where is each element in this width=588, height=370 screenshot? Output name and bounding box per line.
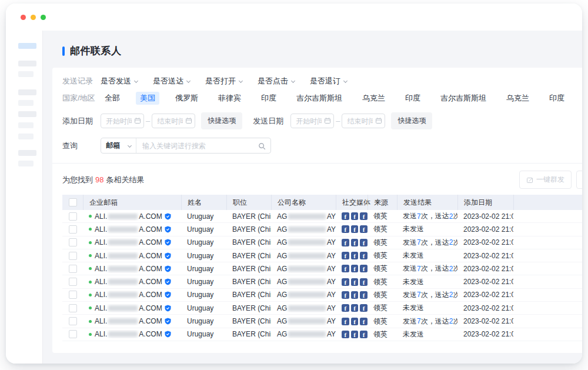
search-input[interactable] [136, 142, 270, 150]
country-label: 国家/地区 [62, 93, 101, 104]
facebook-icon[interactable]: f [351, 318, 359, 325]
sidebar-skeleton-item-active [18, 43, 36, 49]
facebook-icon[interactable]: f [360, 291, 368, 299]
window-maximize-button[interactable] [41, 15, 46, 20]
facebook-icon[interactable]: f [342, 225, 349, 233]
status-dot-icon [89, 333, 92, 336]
country-chip[interactable]: 吉尔吉斯斯坦 [292, 92, 346, 105]
facebook-icon[interactable]: f [342, 252, 349, 259]
facebook-icon[interactable]: f [360, 278, 368, 286]
sidebar-skeleton-item [18, 161, 34, 166]
name-cell: Uruguay [181, 304, 226, 312]
table-body: ALI.A.COMUruguayBAYER (China)AGAYfff领英发送… [62, 210, 582, 341]
facebook-icon[interactable]: f [342, 212, 349, 220]
bulk-send-button[interactable]: 一键群发 [519, 171, 572, 189]
country-chip[interactable]: 印度 [257, 92, 280, 105]
position-cell: BAYER (China) [226, 212, 271, 221]
country-chip[interactable]: 菲律宾 [214, 92, 245, 105]
country-chip[interactable]: 印度 [401, 92, 425, 105]
facebook-icon[interactable]: f [360, 239, 368, 246]
facebook-icon[interactable]: f [342, 291, 349, 299]
row-checkbox[interactable] [69, 252, 77, 260]
source-cell: 领英 [368, 277, 397, 287]
row-checkbox[interactable] [69, 238, 77, 246]
facebook-icon[interactable]: f [351, 291, 359, 299]
facebook-icon[interactable]: f [342, 331, 349, 338]
country-chip[interactable]: 乌克兰 [502, 92, 533, 105]
email-cell: ALI.A.COM [83, 225, 181, 234]
status-dot-icon [89, 228, 92, 231]
facebook-icon[interactable]: f [360, 225, 368, 233]
facebook-icon[interactable]: f [351, 239, 359, 246]
country-chip[interactable]: 美国 [136, 92, 159, 105]
send-filter-dropdown[interactable]: 是否送达 [153, 76, 190, 86]
row-checkbox[interactable] [69, 304, 77, 312]
country-chip[interactable]: 全部 [101, 92, 124, 105]
facebook-icon[interactable]: f [351, 225, 359, 233]
send-date-quick-options-button[interactable]: 快捷选项 [391, 112, 432, 129]
facebook-icon[interactable]: f [342, 318, 349, 325]
row-checkbox[interactable] [69, 317, 77, 325]
send-result-text: 7 [417, 317, 421, 325]
added-date-cell: 2023-02-02 21:09 [457, 238, 513, 246]
calendar-icon [134, 117, 141, 124]
email-cell: ALI.A.COM [83, 317, 181, 325]
facebook-icon[interactable]: f [342, 265, 349, 272]
facebook-icon[interactable]: f [360, 212, 368, 220]
window-close-button[interactable] [21, 15, 26, 20]
country-chip[interactable]: 吉尔吉斯斯坦 [436, 92, 490, 105]
facebook-icon[interactable]: f [351, 278, 359, 286]
send-filter-dropdown[interactable]: 是否发送 [101, 76, 138, 86]
name-cell: Uruguay [181, 252, 226, 260]
row-checkbox[interactable] [69, 291, 77, 299]
added-date-cell: 2023-02-02 21:09 [457, 278, 513, 286]
facebook-icon[interactable]: f [342, 239, 349, 246]
email-text: ALI.A.COM [95, 225, 162, 234]
add-date-end-input[interactable] [152, 114, 195, 128]
facebook-icon[interactable]: f [360, 318, 368, 325]
query-label: 查询 [62, 141, 101, 151]
position-cell: BAYER (China) [226, 304, 271, 312]
send-filter-dropdown[interactable]: 是否打开 [205, 76, 242, 86]
send-filter-dropdown[interactable]: 是否点击 [258, 76, 295, 86]
send-filter-dropdown[interactable]: 是否退订 [310, 76, 347, 86]
add-date-start-input[interactable] [101, 114, 144, 128]
facebook-icon[interactable]: f [351, 252, 359, 259]
add-date-quick-options-button[interactable]: 快捷选项 [201, 112, 242, 129]
send-date-end-input[interactable] [342, 114, 385, 128]
country-chip[interactable]: 印度 [545, 92, 569, 105]
send-result-text: 未发送 [403, 303, 424, 313]
send-result-text: 未发送 [403, 277, 424, 287]
row-checkbox[interactable] [69, 212, 77, 221]
table-row: ALI.A.COMUruguayBAYER (China)AGAYfff领英发送… [62, 236, 582, 249]
window-titlebar [6, 4, 582, 31]
send-result-cell: 未发送 [397, 224, 457, 234]
facebook-icon[interactable]: f [351, 304, 359, 312]
facebook-icon[interactable]: f [360, 265, 368, 272]
send-date-start-input[interactable] [290, 114, 334, 128]
facebook-icon[interactable]: f [351, 212, 359, 220]
country-chip[interactable]: 印度 [580, 92, 582, 105]
country-chip[interactable]: 俄罗斯 [171, 92, 202, 105]
facebook-icon[interactable]: f [360, 252, 368, 259]
company-cell: AGAY [271, 304, 336, 312]
window-minimize-button[interactable] [31, 15, 36, 20]
row-checkbox[interactable] [69, 265, 77, 273]
bulk-delete-button[interactable]: 批量删除 [576, 171, 582, 189]
facebook-icon[interactable]: f [351, 331, 359, 338]
email-text: ALI.A.COM [95, 265, 162, 273]
facebook-icon[interactable]: f [342, 304, 349, 312]
redacted-email-segment [108, 214, 138, 219]
row-checkbox[interactable] [69, 225, 77, 234]
select-all-checkbox[interactable] [69, 198, 77, 206]
row-checkbox[interactable] [69, 278, 77, 286]
facebook-icon[interactable]: f [351, 265, 359, 272]
facebook-icon[interactable]: f [342, 278, 349, 286]
country-chip[interactable]: 乌克兰 [358, 92, 389, 105]
facebook-icon[interactable]: f [360, 331, 368, 338]
query-field-select[interactable]: 邮箱 [101, 138, 136, 153]
facebook-icon[interactable]: f [360, 304, 368, 312]
header-name: 姓名 [181, 195, 226, 210]
section-divider [52, 163, 582, 164]
row-checkbox[interactable] [69, 330, 77, 338]
